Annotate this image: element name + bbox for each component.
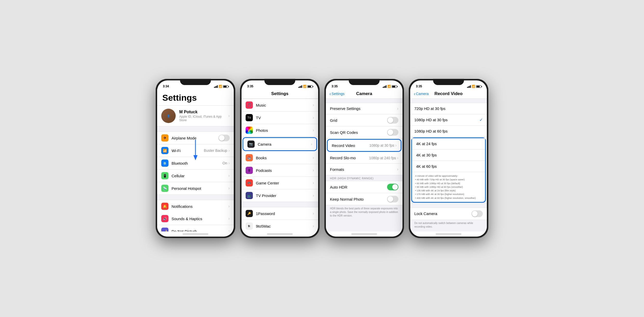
notifications-row[interactable]: 🔔 Notifications ›: [157, 200, 234, 212]
4k24-label: 4K at 24 fps: [416, 142, 481, 146]
hdr-description: HDR blends the best parts of three separ…: [326, 205, 402, 219]
1080p60-row[interactable]: 1080p HD at 60 fps: [410, 126, 487, 137]
notifications-label: Notifications: [172, 204, 228, 209]
1password-row[interactable]: 🔑 1Password ›: [242, 207, 318, 220]
grid-toggle[interactable]: [387, 117, 398, 124]
recordvideo-row[interactable]: Record Video 1080p at 30 fps ›: [328, 140, 401, 151]
notifications-icon: 🔔: [161, 203, 168, 210]
record-video-highlight-wrapper: Record Video 1080p at 30 fps ›: [326, 138, 402, 152]
preserve-row[interactable]: Preserve Settings ›: [326, 103, 402, 114]
video-options-section: 720p HD at 30 fps 1080p HD at 30 fps ✓ 1…: [410, 103, 487, 203]
settings-body-1: Settings 👤 M Potuck Apple ID, iCloud, iT…: [157, 89, 234, 231]
9to5mac-label: 9to5Mac: [256, 224, 313, 228]
photos-chevron: ›: [313, 128, 314, 133]
lock-camera-row[interactable]: Lock Camera: [410, 208, 487, 220]
signal-icon-1: [214, 85, 218, 88]
slo-mo-row[interactable]: Record Slo-mo 1080p at 240 fps ›: [326, 152, 402, 164]
hotspot-chevron: ›: [228, 186, 230, 191]
camera-section-1: Preserve Settings › Grid Scan QR Codes: [326, 103, 402, 175]
lock-camera-description: Do not automatically switch between came…: [410, 220, 487, 230]
720p-row[interactable]: 720p HD at 30 fps: [410, 103, 487, 114]
formats-row[interactable]: Formats ›: [326, 164, 402, 175]
dnd-row[interactable]: 🌙 Do Not Disturb ›: [157, 225, 234, 231]
lock-camera-toggle[interactable]: [471, 210, 483, 217]
1password-icon: 🔑: [246, 210, 253, 217]
4k24-row[interactable]: 4K at 24 fps: [412, 138, 485, 150]
notch-4: [433, 79, 464, 85]
screen-1-content: Settings 👤 M Potuck Apple ID, iCloud, iT…: [157, 89, 234, 237]
keepnormal-row[interactable]: Keep Normal Photo: [326, 193, 402, 205]
cellular-row[interactable]: 📱 Cellular ›: [157, 170, 234, 182]
scanqr-row[interactable]: Scan QR Codes: [326, 126, 402, 138]
video-info-box: A minute of video will be approximately:…: [412, 172, 485, 202]
nav-bar-3: ‹ Settings Camera: [326, 89, 402, 99]
battery-icon-3: [392, 85, 397, 88]
home-bar-3: [351, 234, 377, 235]
tvprovider-icon: 📺: [246, 192, 253, 199]
battery-icon-4: [476, 85, 481, 88]
bluetooth-icon: B: [161, 160, 168, 167]
1080p30-row[interactable]: 1080p HD at 30 fps ✓: [410, 114, 487, 126]
avatar: 👤: [161, 109, 176, 123]
time-3: 3:35: [332, 85, 338, 88]
wifi-row[interactable]: 📶 Wi-Fi Buster Backup ›: [157, 144, 234, 157]
1password-chevron: ›: [313, 211, 314, 216]
airplane-mode-row[interactable]: ✈ Airplane Mode: [157, 132, 234, 144]
time-4: 3:35: [416, 85, 422, 88]
wifi-icon-2: 📶: [303, 85, 307, 88]
grid-row[interactable]: Grid: [326, 114, 402, 126]
settings-section-1: ✈ Airplane Mode 📶 Wi-Fi Buster Backup › …: [157, 132, 234, 195]
scanqr-label: Scan QR Codes: [330, 130, 387, 135]
gamecenter-row[interactable]: 🎮 Game Center ›: [242, 177, 318, 189]
airplane-toggle[interactable]: [218, 135, 230, 141]
tvprovider-row[interactable]: 📺 TV Provider ›: [242, 189, 318, 202]
recordvideo-label: Record Video: [332, 143, 369, 148]
nav-back-3[interactable]: ‹ Settings: [329, 91, 345, 96]
profile-info: M Potuck Apple ID, iCloud, iTunes & App …: [179, 110, 228, 122]
app-list: 🎵 Music › TV TV › 🌈 Ph: [242, 99, 318, 231]
books-row[interactable]: 📚 Books ›: [242, 152, 318, 164]
photos-row[interactable]: 🌈 Photos ›: [242, 124, 318, 137]
dnd-label: Do Not Disturb: [172, 229, 228, 232]
scanqr-toggle[interactable]: [387, 129, 398, 136]
autohdr-row[interactable]: Auto HDR: [326, 181, 402, 193]
status-icons-4: 📶: [467, 85, 481, 88]
third-party-section: 🔑 1Password › 9⃣ 9to5Mac › 🏠: [242, 207, 318, 231]
1080p30-label: 1080p HD at 30 fps: [414, 118, 479, 122]
4k60-row[interactable]: 4K at 60 fps: [412, 161, 485, 172]
music-row[interactable]: 🎵 Music ›: [242, 99, 318, 111]
nav-back-4[interactable]: ‹ Camera: [414, 91, 429, 96]
nav-bar-2: Settings: [242, 89, 318, 99]
podcasts-row[interactable]: 🎙 Podcasts ›: [242, 164, 318, 177]
status-icons-1: 📶: [214, 85, 228, 88]
camera-row[interactable]: 📷 Camera ›: [243, 138, 316, 150]
screen-2-content: Settings 🎵 Music › TV TV: [242, 89, 318, 237]
hdr-section: HDR (HIGH DYNAMIC RANGE) Auto HDR Keep N…: [326, 175, 402, 219]
screen-3-content: ‹ Settings Camera Preserve Settings › Gr…: [326, 89, 402, 237]
slomo-chevron: ›: [397, 156, 398, 160]
720p-label: 720p HD at 30 fps: [414, 106, 483, 111]
slomo-label: Record Slo-mo: [330, 156, 369, 160]
profile-name: M Potuck: [179, 110, 228, 114]
notch-2: [264, 79, 295, 85]
tv-row[interactable]: TV TV ›: [242, 111, 318, 124]
podcasts-icon: 🎙: [246, 167, 253, 174]
app-section: 🎵 Music › TV TV › 🌈 Ph: [242, 99, 318, 202]
9to5mac-row[interactable]: 9⃣ 9to5Mac ›: [242, 220, 318, 231]
photos-icon: 🌈: [246, 127, 253, 134]
recordvideo-chevron: ›: [395, 143, 397, 148]
camera-highlight-box: 📷 Camera ›: [243, 137, 317, 151]
profile-row[interactable]: 👤 M Potuck Apple ID, iCloud, iTunes & Ap…: [157, 105, 234, 126]
autohdr-toggle[interactable]: [387, 184, 398, 190]
home-indicator-2: [242, 231, 318, 237]
wifi-value: Buster Backup: [204, 148, 227, 153]
hotspot-row[interactable]: 📡 Personal Hotspot ›: [157, 182, 234, 194]
wifi-icon-4: 📶: [472, 85, 475, 88]
sounds-row[interactable]: 🔊 Sounds & Haptics ›: [157, 212, 234, 225]
9to5mac-chevron: ›: [313, 224, 314, 228]
camera-chevron: ›: [311, 142, 312, 146]
keepnormal-toggle[interactable]: [387, 196, 398, 202]
camera-icon: 📷: [247, 141, 255, 148]
4k30-row[interactable]: 4K at 30 fps: [412, 150, 485, 161]
bluetooth-row[interactable]: B Bluetooth On ›: [157, 157, 234, 170]
